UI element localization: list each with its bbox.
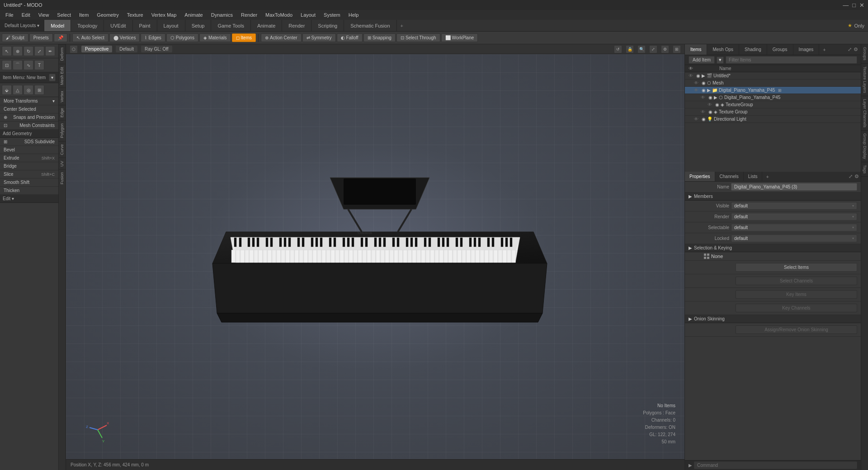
scene-filter-dropdown[interactable]: ▾	[717, 56, 724, 64]
vertices-btn[interactable]: ⬤ Vertices	[109, 33, 140, 42]
auto-select-btn[interactable]: ↖ Auto Select	[72, 33, 108, 42]
item-menu-dropdown[interactable]: ▾	[49, 74, 56, 81]
vtab-vertex[interactable]: Vertex	[59, 88, 66, 105]
action-center-btn[interactable]: ⊕ Action Center	[261, 33, 302, 42]
select-tool-btn[interactable]: ↖	[2, 46, 12, 56]
vtab-edge[interactable]: Edge	[59, 105, 66, 120]
presets-btn[interactable]: Presets	[29, 33, 53, 42]
viewport-canvas[interactable]: YAMAHA No Items Polygons : Face Channels…	[66, 54, 684, 459]
tab-model[interactable]: Model	[44, 20, 71, 31]
props-tab-channels[interactable]: Channels	[715, 172, 744, 181]
key-channels-btn[interactable]: Key Channels	[736, 304, 857, 312]
props-tab-add[interactable]: +	[762, 172, 772, 181]
tab-render[interactable]: Render	[282, 20, 311, 31]
only-btn[interactable]: Only	[854, 23, 864, 28]
viewport-search-btn[interactable]: 🔍	[637, 45, 646, 53]
scene-tab-images[interactable]: Images	[793, 44, 820, 55]
thicken-btn[interactable]: Thicken	[0, 187, 58, 195]
symmetry-btn[interactable]: ⇌ Symmetry	[302, 33, 336, 42]
menu-geometry[interactable]: Geometry	[93, 11, 122, 19]
eye-icon-6[interactable]: 👁	[694, 117, 698, 122]
viewport-tab-perspective[interactable]: Perspective	[81, 46, 112, 52]
falloff-btn[interactable]: ◐ Falloff	[337, 33, 363, 42]
curve-tool-btn[interactable]: ∿	[24, 60, 33, 70]
scene-expand-icon[interactable]: ⤢	[848, 47, 852, 52]
select-through-btn[interactable]: ⊡ Select Through	[396, 33, 440, 42]
menu-system[interactable]: System	[320, 11, 344, 19]
viewport-maximize-btn[interactable]: ⤢	[649, 45, 657, 53]
minimize-btn[interactable]: —	[843, 2, 849, 9]
command-input[interactable]	[694, 461, 857, 469]
props-settings-icon[interactable]: ⚙	[854, 174, 859, 179]
tab-setup[interactable]: Setup	[185, 20, 212, 31]
menu-layout[interactable]: Layout	[297, 11, 319, 19]
tree-item-untitled[interactable]: 👁 ◉ ▶ 🎬 Untitled*	[685, 72, 861, 80]
viewport-lock-btn[interactable]: 🔒	[626, 45, 634, 53]
selectable-dropdown[interactable]: default ▾	[731, 224, 857, 231]
tree-item-mesh[interactable]: 👁 ◉ ⬡ Mesh	[685, 80, 861, 87]
extrude-btn[interactable]: Extrude Shift+X	[0, 154, 58, 162]
tx-icon4[interactable]: ⊞	[34, 85, 44, 95]
sculpt-btn[interactable]: 🖌 Sculpt	[2, 33, 28, 42]
viewport-reset-btn[interactable]: ↺	[614, 45, 622, 53]
visible-dropdown[interactable]: default ▾	[731, 202, 857, 210]
vtab-fusion[interactable]: Fusion	[59, 169, 66, 187]
rvtab-layer-channels[interactable]: Layer Channels	[861, 96, 868, 131]
eye-icon-3[interactable]: 👁	[701, 95, 705, 100]
vtab-curve[interactable]: Curve	[59, 141, 66, 158]
center-selected[interactable]: Center Selected	[0, 105, 58, 113]
scene-settings-icon[interactable]: ⚙	[854, 47, 858, 52]
viewport-tab-raygl[interactable]: Ray GL: Off	[141, 46, 172, 52]
vtab-mesh-edit[interactable]: Mesh Edit	[59, 64, 66, 88]
locked-dropdown[interactable]: default ▾	[731, 235, 857, 242]
tab-topology[interactable]: Topology	[71, 20, 104, 31]
workplane-btn[interactable]: ⬜ WorkPlane	[441, 33, 478, 42]
menu-view[interactable]: View	[35, 11, 53, 19]
menu-animate[interactable]: Animate	[181, 11, 206, 19]
viewport-nav-btn[interactable]: ⬡	[70, 45, 78, 53]
bevel-btn[interactable]: Bevel	[0, 146, 58, 154]
key-items-btn[interactable]: Key Items	[736, 290, 857, 299]
tree-item-piano[interactable]: 👁 ◉ ▶ ⬡ Digital_Piano_Yamaha_P45	[685, 94, 861, 101]
scene-tab-meshops[interactable]: Mesh Ops	[707, 44, 739, 55]
props-tab-properties[interactable]: Properties	[685, 172, 715, 181]
tree-item-texture-group2[interactable]: 👁 ◉ ◈ Texture Group	[685, 108, 861, 116]
layout-dropdown[interactable]: Default Layouts ▾	[0, 20, 44, 31]
add-item-btn[interactable]: Add Item	[689, 56, 715, 64]
tab-uvedit[interactable]: UVEdit	[104, 20, 132, 31]
scale-tool-btn[interactable]: ⤢	[34, 46, 44, 56]
vtab-uv[interactable]: UV	[59, 158, 66, 169]
rvtab-group-display[interactable]: Group Display	[861, 131, 868, 162]
edges-btn[interactable]: ⌇ Edges	[141, 33, 165, 42]
selection-keying-section[interactable]: ▶ Selection & Keying	[685, 244, 861, 252]
props-expand-icon[interactable]: ⤢	[849, 174, 853, 179]
eye-icon-0[interactable]: 👁	[689, 73, 693, 78]
expand-icon-0[interactable]: ▶	[702, 73, 705, 78]
scene-tab-items[interactable]: Items	[685, 44, 707, 55]
tab-schematic[interactable]: Schematic Fusion	[344, 20, 396, 31]
menu-vertexmap[interactable]: Vertex Map	[148, 11, 180, 19]
menu-edit[interactable]: Edit	[18, 11, 34, 19]
menu-file[interactable]: File	[2, 11, 17, 19]
menu-select[interactable]: Select	[53, 11, 75, 19]
rvtab-groups[interactable]: Groups	[861, 44, 868, 64]
snapping-btn[interactable]: ⊞ Snapping	[363, 33, 396, 42]
viewport-settings-btn[interactable]: ⚙	[661, 45, 669, 53]
menu-render[interactable]: Render	[237, 11, 261, 19]
expand-icon-3[interactable]: ▶	[714, 95, 717, 100]
snaps-precision[interactable]: ⊕ Snaps and Precision	[0, 113, 58, 122]
rvtab-texture-layers[interactable]: Texture Layers	[861, 64, 868, 96]
scene-tab-add[interactable]: +	[819, 44, 829, 55]
bridge-btn[interactable]: Bridge	[0, 162, 58, 170]
eye-icon-5[interactable]: 👁	[701, 109, 705, 114]
rvtab-tags[interactable]: Tags	[861, 162, 868, 177]
menu-maxtomodo[interactable]: MaxToModo	[262, 11, 296, 19]
menu-item[interactable]: Item	[75, 11, 92, 19]
tree-item-texture-group[interactable]: 👁 ◉ ◈ TextureGroup	[685, 101, 861, 108]
items-btn[interactable]: ◻ Items	[232, 33, 256, 42]
move-tool-btn[interactable]: ⊡	[2, 60, 12, 70]
props-tab-lists[interactable]: Lists	[744, 172, 763, 181]
tab-animate[interactable]: Animate	[251, 20, 282, 31]
menu-help[interactable]: Help	[345, 11, 363, 19]
tree-item-light[interactable]: 👁 ◉ 💡 Directional Light	[685, 116, 861, 123]
